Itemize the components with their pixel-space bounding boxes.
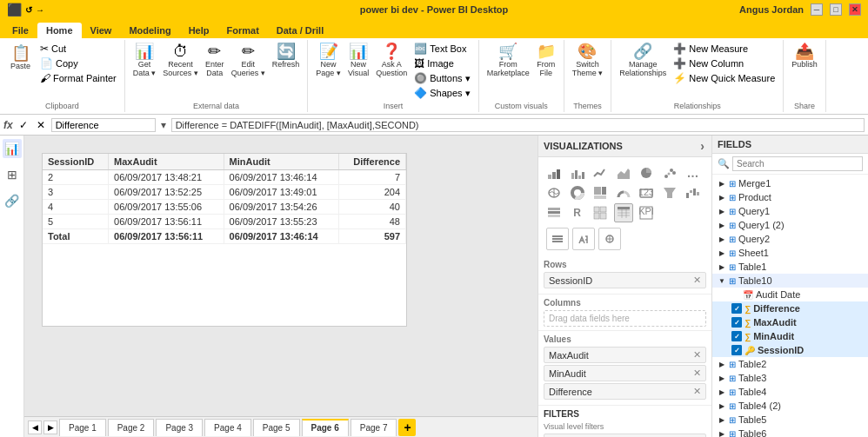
- recent-sources-btn[interactable]: ⏱ RecentSources ▾: [160, 42, 201, 79]
- field-group-sheet1[interactable]: ▶ ⊞ Sheet1: [712, 246, 868, 260]
- page-tab-5[interactable]: Page 5: [253, 419, 300, 436]
- cut-btn[interactable]: ✂ Cut: [37, 42, 119, 56]
- tab-modeling[interactable]: Modeling: [120, 23, 179, 38]
- rows-field-sessionid-close[interactable]: ✕: [693, 275, 701, 286]
- tab-view[interactable]: View: [82, 23, 121, 38]
- page-tab-2[interactable]: Page 2: [108, 419, 155, 436]
- viz-ribbon[interactable]: [544, 203, 564, 222]
- page-nav-next[interactable]: ▶: [43, 420, 57, 434]
- viz-card[interactable]: 123: [637, 183, 656, 202]
- data-view-btn[interactable]: ⊞: [3, 165, 22, 184]
- refresh-btn[interactable]: 🔄 Refresh: [270, 42, 303, 70]
- new-column-btn[interactable]: ➕ New Column: [671, 56, 778, 70]
- field-group-query1[interactable]: ▶ ⊞ Query1: [712, 204, 868, 218]
- copy-btn[interactable]: 📄 Copy: [37, 56, 119, 70]
- values-field-difference[interactable]: Difference ✕: [544, 383, 706, 400]
- viz-treemap[interactable]: [591, 183, 610, 202]
- viz-format-btn[interactable]: [572, 228, 595, 250]
- field-group-table3[interactable]: ▶ ⊞ Table3: [712, 371, 868, 385]
- viz-line[interactable]: [591, 163, 610, 182]
- rows-field-sessionid[interactable]: SessionID ✕: [544, 272, 706, 288]
- manage-relationships-btn[interactable]: 🔗 ManageRelationships: [617, 42, 669, 79]
- viz-map[interactable]: [544, 183, 564, 202]
- viz-matrix[interactable]: [591, 203, 610, 222]
- viz-funnel[interactable]: [660, 183, 679, 202]
- values-field-minaudit-close[interactable]: ✕: [693, 367, 701, 379]
- close-btn[interactable]: ✕: [849, 3, 861, 16]
- viz-more[interactable]: …: [683, 163, 702, 182]
- viz-panel-expand[interactable]: ›: [698, 139, 706, 153]
- publish-btn[interactable]: 📤 Publish: [789, 42, 820, 70]
- page-tab-4[interactable]: Page 4: [204, 419, 251, 436]
- field-group-query1-2[interactable]: ▶ ⊞ Query1 (2): [712, 218, 868, 232]
- values-field-minaudit[interactable]: MinAudit ✕: [544, 365, 706, 381]
- new-page-btn[interactable]: 📝 NewPage ▾: [313, 42, 344, 79]
- filter-difference[interactable]: Difference (All): [544, 434, 706, 437]
- maximize-btn[interactable]: □: [830, 3, 842, 16]
- viz-kpi[interactable]: KPI: [637, 203, 656, 222]
- viz-stacked-bar[interactable]: [544, 163, 564, 182]
- field-item-difference[interactable]: ✓ ∑ Difference: [712, 301, 868, 315]
- values-field-difference-close[interactable]: ✕: [693, 386, 701, 397]
- viz-analytics-btn[interactable]: [598, 228, 621, 250]
- buttons-btn[interactable]: 🔘 Buttons ▾: [411, 71, 472, 85]
- tab-file[interactable]: File: [3, 23, 37, 38]
- viz-scatter[interactable]: [660, 163, 679, 182]
- formula-expand-icon[interactable]: ▾: [159, 119, 168, 131]
- report-view-btn[interactable]: 📊: [3, 139, 22, 158]
- field-item-sessionid[interactable]: ✓ 🔑 SessionID: [712, 343, 868, 357]
- add-page-btn[interactable]: +: [398, 419, 416, 436]
- page-tab-7[interactable]: Page 7: [351, 419, 397, 436]
- undo-btn[interactable]: ↺: [25, 5, 32, 15]
- new-measure-btn[interactable]: ➕ New Measure: [671, 42, 778, 56]
- field-item-audit-date[interactable]: 📅 Audit Date: [712, 288, 868, 301]
- format-painter-btn[interactable]: 🖌 Format Painter: [37, 71, 119, 85]
- from-marketplace-btn[interactable]: 🛒 FromMarketplace: [484, 42, 532, 79]
- viz-table[interactable]: [614, 203, 633, 222]
- tab-home[interactable]: Home: [37, 23, 82, 38]
- switch-theme-btn[interactable]: 🎨 SwitchTheme ▾: [570, 42, 606, 79]
- formula-text[interactable]: Difference = DATEDIFF([MinAudit], [MaxAu…: [171, 118, 865, 132]
- field-group-merge1[interactable]: ▶ ⊞ Merge1: [712, 176, 868, 190]
- page-tab-1[interactable]: Page 1: [59, 419, 106, 436]
- field-item-maxaudit[interactable]: ✓ ∑ MaxAudit: [712, 315, 868, 329]
- field-group-table10[interactable]: ▼ ⊞ Table10: [712, 274, 868, 288]
- values-field-maxaudit-close[interactable]: ✕: [693, 349, 701, 361]
- viz-waterfall[interactable]: [683, 183, 702, 202]
- new-visual-btn[interactable]: 📊 NewVisual: [345, 42, 371, 79]
- image-btn[interactable]: 🖼 Image: [411, 56, 472, 70]
- edit-queries-btn[interactable]: ✏ EditQueries ▾: [229, 42, 268, 79]
- field-item-minaudit[interactable]: ✓ ∑ MinAudit: [712, 329, 868, 343]
- formula-icon-check[interactable]: ✓: [17, 118, 30, 132]
- field-group-table4-2[interactable]: ▶ ⊞ Table4 (2): [712, 399, 868, 413]
- viz-pie[interactable]: [637, 163, 656, 182]
- page-tab-6[interactable]: Page 6: [302, 419, 349, 436]
- field-group-table1[interactable]: ▶ ⊞ Table1: [712, 260, 868, 274]
- field-group-product[interactable]: ▶ ⊞ Product: [712, 190, 868, 204]
- columns-drop-zone[interactable]: Drag data fields here: [544, 310, 706, 327]
- field-group-table6[interactable]: ▶ ⊞ Table6: [712, 427, 868, 437]
- values-field-maxaudit[interactable]: MaxAudit ✕: [544, 347, 706, 363]
- ask-question-btn[interactable]: ❓ Ask AQuestion: [373, 42, 410, 79]
- viz-r-visual[interactable]: R: [568, 203, 587, 222]
- new-quick-measure-btn[interactable]: ⚡ New Quick Measure: [671, 71, 778, 85]
- page-tab-3[interactable]: Page 3: [156, 419, 203, 436]
- search-input[interactable]: [732, 156, 863, 171]
- field-group-table2[interactable]: ▶ ⊞ Table2: [712, 357, 868, 371]
- text-box-btn[interactable]: 🔤 Text Box: [411, 42, 472, 56]
- viz-gauge[interactable]: [614, 183, 633, 202]
- viz-clustered-bar[interactable]: [568, 163, 587, 182]
- from-file-btn[interactable]: 📁 FromFile: [534, 42, 558, 79]
- redo-btn[interactable]: →: [36, 5, 44, 15]
- page-nav-prev[interactable]: ◀: [28, 420, 42, 434]
- paste-btn[interactable]: 📋 Paste: [5, 42, 36, 74]
- tab-format[interactable]: Format: [218, 23, 268, 38]
- tab-data-drill[interactable]: Data / Drill: [268, 23, 332, 38]
- formula-icon-x[interactable]: ✕: [34, 118, 48, 132]
- viz-donut[interactable]: [568, 183, 587, 202]
- enter-data-btn[interactable]: ✏ EnterData: [203, 42, 227, 79]
- field-group-table4[interactable]: ▶ ⊞ Table4: [712, 385, 868, 399]
- model-view-btn[interactable]: 🔗: [3, 191, 22, 210]
- viz-fields-btn[interactable]: [546, 228, 569, 250]
- field-group-table5[interactable]: ▶ ⊞ Table5: [712, 413, 868, 427]
